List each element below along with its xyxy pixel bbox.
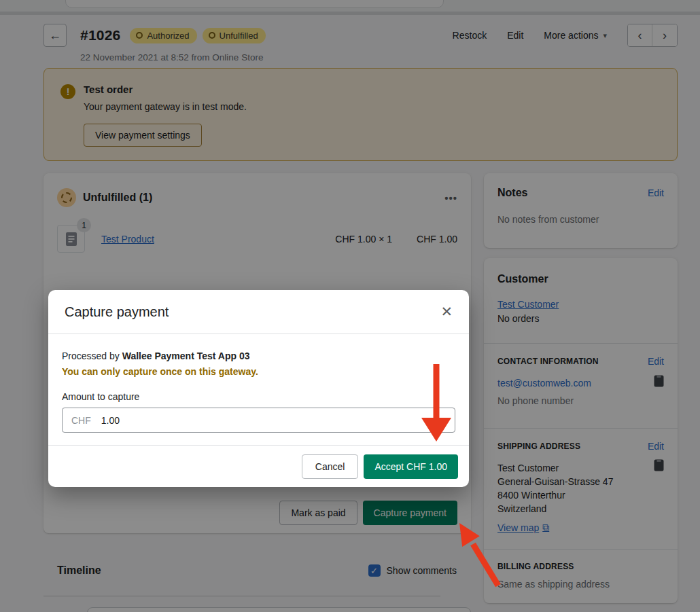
modal-title: Capture payment: [65, 304, 169, 320]
processed-by-line: Processed by Wallee Payment Test App 03: [62, 350, 455, 361]
close-icon: ✕: [440, 304, 453, 319]
processed-by-prefix: Processed by: [62, 350, 122, 361]
modal-body: Processed by Wallee Payment Test App 03 …: [48, 334, 469, 433]
cancel-button[interactable]: Cancel: [302, 454, 359, 479]
amount-to-capture-label: Amount to capture: [62, 391, 455, 402]
close-modal-button[interactable]: ✕: [440, 304, 453, 320]
accept-capture-button[interactable]: Accept CHF 1.00: [364, 454, 458, 479]
currency-prefix: CHF: [71, 415, 91, 426]
amount-input[interactable]: [101, 415, 446, 426]
amount-field: CHF: [62, 408, 455, 433]
gateway-name: Wallee Payment Test App 03: [122, 350, 250, 361]
capture-payment-modal: Capture payment ✕ Processed by Wallee Pa…: [48, 290, 469, 487]
modal-header: Capture payment ✕: [48, 290, 469, 334]
gateway-warning-text: You can only capture once on this gatewa…: [62, 366, 455, 377]
modal-footer: Cancel Accept CHF 1.00: [48, 445, 469, 487]
